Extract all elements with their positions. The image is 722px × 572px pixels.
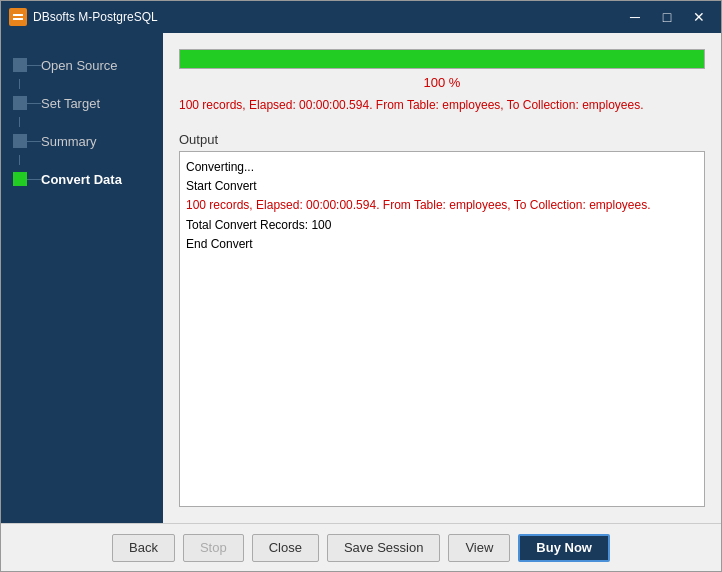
content-area: Open Source Set Target Summary: [1, 33, 721, 523]
tree-connector-3: [19, 155, 20, 165]
sidebar: Open Source Set Target Summary: [1, 33, 163, 523]
minimize-button[interactable]: ─: [621, 7, 649, 27]
close-window-button[interactable]: ✕: [685, 7, 713, 27]
summary-node-icon: [13, 134, 27, 148]
svg-rect-2: [13, 18, 23, 20]
svg-rect-0: [11, 10, 25, 24]
summary-connector: [27, 141, 41, 142]
set-target-node-icon: [13, 96, 27, 110]
window-title: DBsofts M-PostgreSQL: [33, 10, 158, 24]
output-line-0: Converting...: [186, 158, 698, 177]
output-line-2: 100 records, Elapsed: 00:00:00.594. From…: [186, 196, 698, 215]
main-window: DBsofts M-PostgreSQL ─ □ ✕ Open Source: [0, 0, 722, 572]
view-button[interactable]: View: [448, 534, 510, 562]
close-button[interactable]: Close: [252, 534, 319, 562]
convert-data-connector: [27, 179, 41, 180]
window-controls: ─ □ ✕: [621, 7, 713, 27]
sidebar-item-convert-data[interactable]: Convert Data: [1, 165, 163, 193]
set-target-label: Set Target: [41, 96, 100, 111]
back-button[interactable]: Back: [112, 534, 175, 562]
titlebar-left: DBsofts M-PostgreSQL: [9, 8, 158, 26]
progress-section: 100 % 100 records, Elapsed: 00:00:00.594…: [179, 49, 705, 124]
app-icon: [9, 8, 27, 26]
output-line-1: Start Convert: [186, 177, 698, 196]
tree-connector-1: [19, 79, 20, 89]
open-source-label: Open Source: [41, 58, 118, 73]
stop-button[interactable]: Stop: [183, 534, 244, 562]
svg-rect-1: [13, 14, 23, 16]
output-box: Converting... Start Convert 100 records,…: [179, 151, 705, 507]
bottom-bar: Back Stop Close Save Session View Buy No…: [1, 523, 721, 571]
progress-percent: 100 %: [179, 75, 705, 90]
open-source-connector: [27, 65, 41, 66]
convert-data-label: Convert Data: [41, 172, 122, 187]
summary-label: Summary: [41, 134, 97, 149]
maximize-button[interactable]: □: [653, 7, 681, 27]
set-target-connector: [27, 103, 41, 104]
main-panel: 100 % 100 records, Elapsed: 00:00:00.594…: [163, 33, 721, 523]
output-line-4: End Convert: [186, 235, 698, 254]
output-label: Output: [179, 132, 705, 147]
sidebar-item-open-source[interactable]: Open Source: [1, 51, 163, 79]
progress-bar-container: [179, 49, 705, 69]
progress-bar-fill: [180, 50, 704, 68]
sidebar-item-summary[interactable]: Summary: [1, 127, 163, 155]
convert-data-node-icon: [13, 172, 27, 186]
status-text: 100 records, Elapsed: 00:00:00.594. From…: [179, 98, 705, 112]
open-source-node-icon: [13, 58, 27, 72]
titlebar: DBsofts M-PostgreSQL ─ □ ✕: [1, 1, 721, 33]
output-line-3: Total Convert Records: 100: [186, 216, 698, 235]
sidebar-tree: Open Source Set Target Summary: [1, 43, 163, 201]
tree-connector-2: [19, 117, 20, 127]
sidebar-item-set-target[interactable]: Set Target: [1, 89, 163, 117]
save-session-button[interactable]: Save Session: [327, 534, 441, 562]
buy-now-button[interactable]: Buy Now: [518, 534, 610, 562]
